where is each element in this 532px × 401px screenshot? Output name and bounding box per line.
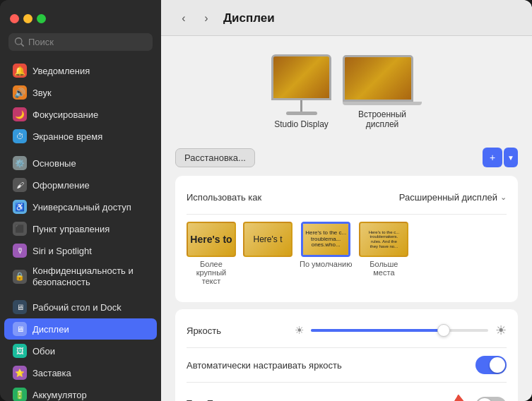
studio-display-thumb[interactable]: Studio Display xyxy=(271,54,331,129)
close-button[interactable] xyxy=(10,14,19,23)
wallpaper-icon: 🖼 xyxy=(13,344,27,358)
arrangement-button[interactable]: Расстановка... xyxy=(175,148,255,167)
control-center-icon: ⬛ xyxy=(13,222,27,236)
res-option-more-space[interactable]: Here's to the c...troublemakers.rules. A… xyxy=(359,222,408,285)
zoom-button[interactable] xyxy=(37,14,46,23)
sidebar-item-label: Фокусирование xyxy=(32,109,98,120)
res-option-default[interactable]: Here's to the c...troublema...ones.who..… xyxy=(300,222,352,285)
true-tone-row: True Tone Автоматически адаптировать дис… xyxy=(187,388,507,401)
sidebar-item-wallpaper[interactable]: 🖼 Обои xyxy=(4,340,157,361)
studio-display-screen xyxy=(271,54,331,100)
res-option-larger[interactable]: Here's to Болеекрупныйтекст xyxy=(187,222,236,285)
toolbar: ‹ › Дисплеи xyxy=(161,0,532,36)
sidebar-item-focus[interactable]: 🌙 Фокусирование xyxy=(4,104,157,125)
minimize-button[interactable] xyxy=(23,14,32,23)
use-as-label: Использовать как xyxy=(187,192,261,203)
back-button[interactable]: ‹ xyxy=(175,10,192,27)
desktop-dock-icon: 🖥 xyxy=(13,300,27,314)
sidebar-item-desktop-dock[interactable]: 🖥 Рабочий стол и Dock xyxy=(4,297,157,318)
sidebar-item-label: Звук xyxy=(32,88,52,98)
sidebar-item-general[interactable]: ⚙️ Основные xyxy=(4,152,157,174)
focus-icon: 🌙 xyxy=(13,107,27,121)
privacy-icon: 🔒 xyxy=(13,270,27,284)
true-tone-title: True Tone xyxy=(187,398,455,401)
brightness-row: Яркость ☀ ☀ xyxy=(187,319,507,342)
arrow-annotation xyxy=(429,388,485,401)
sidebar-item-label: Основные xyxy=(32,158,76,169)
brightness-min-icon: ☀ xyxy=(295,324,304,337)
search-placeholder: Поиск xyxy=(28,37,54,47)
brightness-fill xyxy=(311,329,444,332)
siri-icon: 🎙 xyxy=(13,244,27,258)
brightness-max-icon: ☀ xyxy=(495,323,507,338)
add-display-button[interactable]: + xyxy=(483,148,502,167)
displays-icon: 🖥 xyxy=(13,322,27,336)
sidebar-item-label: Универсальный доступ xyxy=(32,202,131,213)
studio-display-label: Studio Display xyxy=(274,119,329,129)
brightness-slider-group: ☀ ☀ xyxy=(295,323,507,338)
sidebar-item-screen-time[interactable]: ⏱ Экранное время xyxy=(4,126,157,147)
general-icon: ⚙️ xyxy=(13,156,27,170)
search-icon xyxy=(15,37,24,47)
sidebar-item-label: Рабочий стол и Dock xyxy=(32,302,122,313)
res-label-default: По умолчанию xyxy=(300,260,352,268)
sidebar: Поиск 🔔 Уведомления 🔊 Звук 🌙 Фокусирован… xyxy=(0,0,161,401)
resolution-options: Here's to Болеекрупныйтекст Here's t xyxy=(187,222,507,285)
sound-icon: 🔊 xyxy=(13,85,27,100)
res-option-2[interactable]: Here's t xyxy=(243,222,292,285)
macbook-display-thumb[interactable]: Встроенный дисплей xyxy=(343,55,422,129)
auto-brightness-toggle-knob xyxy=(490,357,505,373)
res-thumb-2: Here's t xyxy=(243,222,292,257)
auto-brightness-toggle[interactable] xyxy=(475,356,507,374)
sidebar-item-sound[interactable]: 🔊 Звук xyxy=(4,82,157,103)
res-thumb-default: Here's to the c...troublema...ones.who..… xyxy=(301,222,350,257)
sidebar-item-siri[interactable]: 🎙 Siri и Spotlight xyxy=(4,240,157,261)
res-thumb-larger: Here's to xyxy=(187,222,236,257)
macbook-display-label: Встроенный дисплей xyxy=(347,109,418,129)
sidebar-item-accessibility[interactable]: ♿ Универсальный доступ xyxy=(4,196,157,217)
battery-icon: 🔋 xyxy=(13,388,27,401)
use-as-value[interactable]: Расширенный дисплей ⌄ xyxy=(399,192,507,203)
true-tone-toggle-knob xyxy=(477,398,492,401)
sidebar-item-appearance[interactable]: 🖌 Оформление xyxy=(4,174,157,196)
forward-button[interactable]: › xyxy=(198,10,215,27)
brightness-label: Яркость xyxy=(187,325,221,336)
add-display-chevron[interactable]: ▼ xyxy=(504,148,518,167)
search-box[interactable]: Поиск xyxy=(8,33,153,51)
sidebar-item-label: Уведомления xyxy=(32,66,90,76)
displays-row: Studio Display Встроенный дисплей xyxy=(175,47,518,136)
true-tone-controls xyxy=(475,395,507,401)
sidebar-item-label: Пункт управления xyxy=(32,224,110,234)
use-as-chevron-icon: ⌄ xyxy=(500,193,507,202)
main-window: Поиск 🔔 Уведомления 🔊 Звук 🌙 Фокусирован… xyxy=(0,0,532,401)
sidebar-item-label: Оформление xyxy=(32,180,90,191)
res-thumb-more-space: Here's to the c...troublemakers.rules. A… xyxy=(359,222,408,257)
sidebar-item-label: Экранное время xyxy=(32,131,102,142)
res-label-more-space: Большеместа xyxy=(370,260,398,277)
sidebar-item-displays[interactable]: 🖥 Дисплеи xyxy=(4,318,157,340)
sidebar-item-label: Дисплеи xyxy=(32,324,69,335)
sidebar-item-control-center[interactable]: ⬛ Пункт управления xyxy=(4,218,157,239)
main-content: ‹ › Дисплеи Studi xyxy=(161,0,532,401)
use-as-row: Использовать как Расширенный дисплей ⌄ xyxy=(187,186,507,208)
auto-brightness-row: Автоматически настраивать яркость xyxy=(187,354,507,376)
sidebar-item-screensaver[interactable]: ⭐ Заставка xyxy=(4,362,157,383)
content-area: Studio Display Встроенный дисплей Рас xyxy=(161,36,532,401)
sidebar-item-privacy[interactable]: 🔒 Конфиденциальность и безопасность xyxy=(4,262,157,291)
sidebar-item-label: Заставка xyxy=(32,368,71,378)
sidebar-item-label: Обои xyxy=(32,346,55,357)
sidebar-item-label: Аккумулятор xyxy=(32,390,87,400)
sidebar-item-label: Siri и Spotlight xyxy=(32,246,92,256)
brightness-thumb[interactable] xyxy=(437,324,450,337)
appearance-icon: 🖌 xyxy=(13,178,27,192)
sidebar-item-label: Конфиденциальность и безопасность xyxy=(32,265,148,287)
res-label-larger: Болеекрупныйтекст xyxy=(196,260,226,285)
sidebar-item-notifications[interactable]: 🔔 Уведомления xyxy=(4,60,157,81)
true-tone-toggle[interactable] xyxy=(475,397,507,401)
notifications-icon: 🔔 xyxy=(13,64,27,78)
brightness-slider[interactable] xyxy=(311,329,488,332)
add-display-group: + ▼ xyxy=(483,148,518,167)
page-title: Дисплеи xyxy=(223,11,275,25)
sidebar-item-battery[interactable]: 🔋 Аккумулятор xyxy=(4,384,157,401)
accessibility-icon: ♿ xyxy=(13,200,27,214)
